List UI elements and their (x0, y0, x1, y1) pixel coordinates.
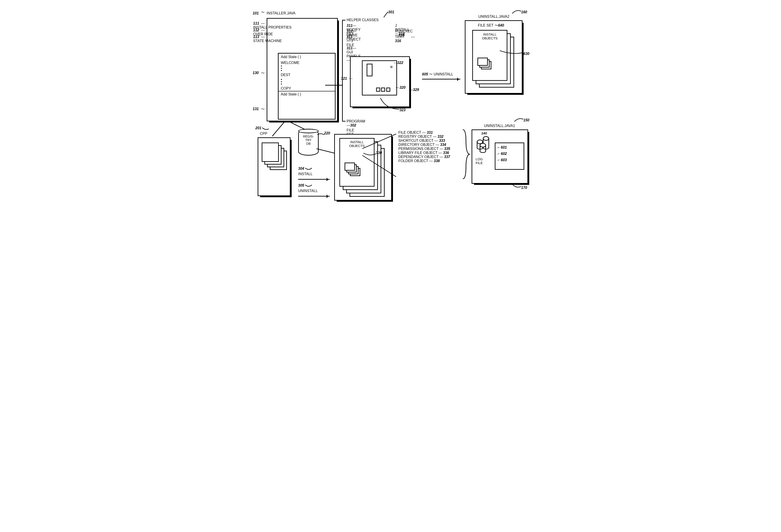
ref-201: 201 (255, 126, 261, 130)
patent-diagram: 101 〜 INSTALLER.JAVA 111 — INSTALL PROPE… (244, 4, 537, 201)
welcome-label: WELCOME (279, 61, 335, 65)
ref-601: 601 (501, 145, 507, 149)
installer-title: INSTALLER.JAVA (266, 11, 295, 15)
uninstall-arrow-group: 605 〜 UNINSTALL (422, 72, 453, 77)
text-label: TEXT (395, 35, 404, 39)
ref-605: 605 (422, 72, 428, 76)
gui-card: ≡ (362, 60, 397, 95)
ref-311c: 311 (346, 46, 353, 50)
ref-320: 320 (400, 86, 406, 90)
ref-111: 111 (253, 21, 259, 25)
ref-316: 316 (395, 39, 401, 43)
ref-337: 337 (444, 155, 450, 159)
ref-302b: 302 (350, 123, 356, 127)
ref-220: 220 (324, 131, 330, 135)
logfile-label: LOG FILE (476, 157, 483, 165)
install-label: INSTALL (298, 172, 313, 176)
gui-lines-icon: ≡ (390, 64, 393, 70)
ref-329: 329 (413, 88, 419, 92)
ref-321: 321 (341, 77, 347, 81)
registry-label: REGIS- TRY DB (299, 130, 318, 145)
uninstall2-label: UNINSTALL (298, 189, 318, 193)
add-state-bottom: Add State ( ) (279, 91, 335, 97)
ref-304: 304 (298, 167, 304, 170)
ref-332: 332 (437, 135, 443, 138)
ref-160: 160 (521, 10, 527, 14)
ref-603: 603 (501, 158, 507, 162)
ref-305: 305 (298, 183, 304, 187)
cpp-label: CPP (260, 132, 267, 136)
install-arrow-group: 304 INSTALL (298, 167, 313, 176)
uninstall1-box: 140 LOG FILE ⌐ 601 ⌐ 602 ⌐ 603 (471, 129, 528, 184)
uninstall1-title: UNINSTALL.JAVA1 (484, 124, 515, 128)
program-label: PROGRAM (346, 119, 365, 123)
helper-title: HELPER CLASSES (346, 18, 378, 22)
ref-640: 640 (498, 24, 504, 27)
uninstall2-box: FILE SET 〜640 INSTALL OBJECTS (465, 20, 523, 94)
directory-object-label: DIRECTORY OBJECT (398, 143, 435, 146)
add-state-top: Add State ( ) (279, 54, 335, 61)
uninstall-arrow-label: UNINSTALL (434, 72, 453, 76)
ref-335: 335 (444, 147, 450, 150)
state-list-box: Add State ( ) WELCOME ▪▪▪ DEST ▪▪▪ COPY … (278, 53, 335, 120)
ref-311b: 311 (346, 35, 353, 39)
ref-311a: 311 (346, 24, 353, 28)
dependancy-object-label: DEPENDANCY OBJECT (398, 155, 439, 159)
ref-170: 170 (521, 186, 527, 190)
brace (461, 129, 470, 179)
ref-131: 131 (253, 107, 259, 111)
copy-label: COPY (279, 85, 335, 91)
ref-333: 333 (439, 139, 445, 142)
folder-object-label: FOLDER OBJECT (398, 159, 428, 163)
ref-331: 331 (427, 131, 433, 134)
ref-312: 312 (346, 29, 353, 33)
ref-112: 112 (253, 28, 259, 32)
library-file-object-label: LIBRARY FILE OBJECT (398, 151, 437, 155)
fileset2-label: FILE SET (478, 24, 493, 27)
shortcut-object-label: SHORTCUT OBJECT (398, 139, 434, 142)
log-entries-box: ⌐ 601 ⌐ 602 ⌐ 603 (495, 142, 524, 170)
ref-101: 101 (253, 11, 259, 15)
connector-installer-helper (325, 85, 342, 86)
ref-334: 334 (440, 143, 446, 146)
ref-113: 113 (253, 35, 259, 39)
ref-602: 602 (501, 152, 507, 156)
permissions-object-label: PERMISSIONS OBJECT (398, 147, 439, 150)
ref-150: 150 (523, 118, 529, 122)
ref-338: 338 (434, 159, 440, 163)
cpp-box (258, 137, 290, 196)
registry-object-label: REGISTRY OBJECT (398, 135, 432, 138)
ref-140: 140 (481, 131, 487, 135)
connector-installer-registry (289, 122, 307, 131)
ref-322: 322 (397, 61, 403, 65)
install-objects2-label: INSTALL OBJECTS (473, 31, 507, 42)
state-machine-label: STATE MACHINE (253, 39, 282, 43)
uninstall-arrow2-group: 305 UNINSTALL (298, 183, 318, 193)
runexec-label: RUNEXEC (395, 29, 413, 33)
dest-label: DEST (279, 72, 335, 78)
jfile-label: J FILE (346, 39, 354, 47)
object-list: FILE OBJECT — 331 REGISTRY OBJECT — 332 … (398, 131, 450, 163)
file-object-label: FILE OBJECT (398, 131, 421, 134)
ref-130: 130 (253, 71, 259, 75)
connector-objects-list (362, 132, 398, 179)
gui-slot (367, 64, 372, 76)
uninstall2-title: UNINSTALL.JAVA2 (478, 15, 509, 19)
ref-336: 336 (443, 151, 449, 155)
